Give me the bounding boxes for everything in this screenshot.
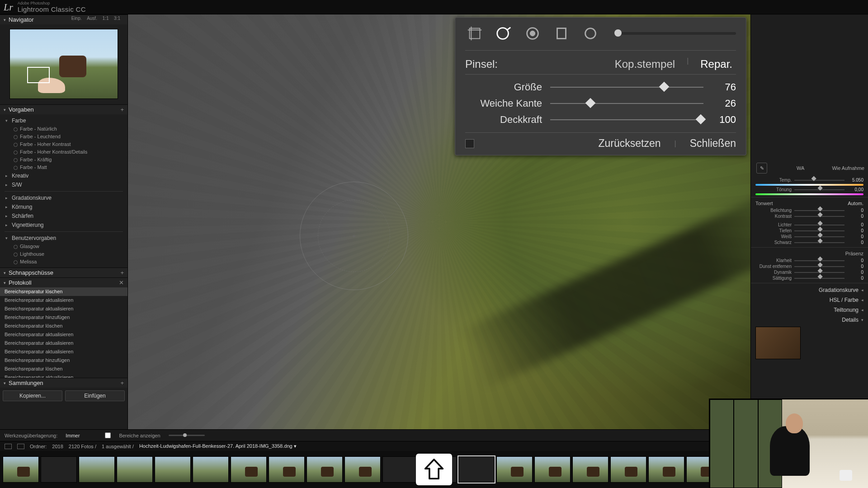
size-value[interactable]: 76 — [712, 81, 736, 93]
history-item[interactable]: Bereichsreparatur hinzufügen — [0, 356, 127, 365]
contrast-value[interactable]: 0 — [847, 214, 863, 219]
filmstrip-thumb[interactable] — [648, 456, 684, 483]
filmstrip-thumb[interactable] — [155, 456, 191, 483]
filmstrip-thumb[interactable] — [534, 456, 571, 483]
filmstrip-thumb[interactable] — [269, 456, 305, 483]
filmstrip-thumb[interactable] — [458, 456, 495, 483]
crop-tool-icon[interactable] — [465, 24, 484, 43]
opacity-value[interactable]: 100 — [712, 114, 736, 126]
navigator-zoom-11[interactable]: 1:1 — [103, 16, 113, 21]
tool-amount-slider[interactable] — [614, 32, 736, 35]
overlay-mode-dropdown[interactable]: Immer — [66, 433, 80, 438]
preset-item[interactable]: Lighthouse — [0, 250, 127, 258]
filmstrip-thumb[interactable] — [41, 456, 77, 483]
preset-group[interactable]: Gradationskurve — [0, 193, 127, 202]
history-item[interactable]: Bereichsreparatur aktualisieren — [0, 330, 127, 339]
preset-item[interactable]: Farbe - Matt — [0, 164, 127, 171]
secondary-window-icon[interactable] — [17, 444, 24, 449]
temp-slider[interactable] — [794, 180, 844, 181]
navigator-header[interactable]: ▾ Navigator Einp. Ausf. 1:1 3:1 — [0, 14, 127, 24]
contrast-slider[interactable] — [794, 216, 844, 217]
detail-preview[interactable] — [755, 327, 801, 359]
opacity-slider[interactable] — [550, 119, 703, 120]
shadows-slider[interactable] — [794, 230, 844, 231]
clone-mode-button[interactable]: Kop.stempel — [611, 57, 679, 71]
shadows-value[interactable]: 0 — [847, 228, 863, 233]
highlights-value[interactable]: 0 — [847, 222, 863, 227]
feather-value[interactable]: 26 — [712, 98, 736, 109]
navigator-thumbnail[interactable] — [9, 29, 118, 99]
filmstrip-thumb[interactable] — [572, 456, 609, 483]
preset-group[interactable]: Kreativ — [0, 171, 127, 180]
vibrance-value[interactable]: 0 — [847, 270, 863, 275]
preset-item[interactable]: Glasgow — [0, 243, 127, 250]
size-slider[interactable] — [550, 87, 703, 88]
navigator-zoom-31[interactable]: 3:1 — [114, 16, 124, 21]
graduated-filter-tool-icon[interactable] — [552, 24, 571, 43]
navigator-zoom-fill[interactable]: Ausf. — [87, 16, 101, 21]
dehaze-slider[interactable] — [794, 266, 844, 267]
history-item[interactable]: Bereichsreparatur aktualisieren — [0, 347, 127, 356]
collections-header[interactable]: ▾ Sammlungen + — [0, 378, 127, 388]
preset-group[interactable]: Farbe — [0, 116, 127, 125]
copy-button[interactable]: Kopieren... — [3, 390, 62, 401]
info-folder[interactable]: 2018 — [52, 444, 63, 449]
preset-group[interactable]: Körnung — [0, 202, 127, 211]
temp-value[interactable]: 5.050 — [847, 178, 863, 183]
filmstrip-thumb[interactable] — [496, 456, 533, 483]
tint-value[interactable]: 0,00 — [847, 187, 863, 192]
whites-slider[interactable] — [794, 236, 844, 237]
history-clear-icon[interactable]: ✕ — [119, 279, 124, 286]
tint-slider[interactable] — [794, 189, 844, 190]
history-item[interactable]: Bereichsreparatur hinzufügen — [0, 313, 127, 322]
history-item[interactable]: Bereichsreparatur löschen — [0, 322, 127, 330]
image-canvas[interactable]: Pinsel: Kop.stempel | Repar. Größe 76 We… — [128, 14, 750, 429]
history-item[interactable]: Bereichsreparatur aktualisieren — [0, 305, 127, 313]
close-button[interactable]: Schließen — [690, 137, 736, 150]
section-tonecurve[interactable]: Gradationskurve◂ — [751, 285, 868, 295]
preset-group[interactable]: Schärfen — [0, 211, 127, 221]
preset-item[interactable]: Farbe - Hoher Kontrast — [0, 141, 127, 148]
grid-view-icon[interactable] — [5, 444, 12, 449]
preset-item[interactable]: Farbe - Natürlich — [0, 125, 127, 133]
filmstrip-thumb[interactable] — [610, 456, 646, 483]
filmstrip-thumb[interactable] — [231, 456, 267, 483]
exposure-value[interactable]: 0 — [847, 208, 863, 213]
preset-item[interactable]: Farbe - Leuchtend — [0, 133, 127, 141]
presets-add-icon[interactable]: + — [120, 106, 124, 113]
history-item[interactable]: Bereichsreparatur löschen — [0, 287, 127, 296]
highlights-slider[interactable] — [794, 225, 844, 225]
filmstrip-thumb[interactable] — [193, 456, 229, 483]
section-details[interactable]: Details▾ — [751, 315, 868, 325]
redeye-tool-icon[interactable] — [523, 24, 542, 43]
auto-tone-button[interactable]: Autom. — [848, 201, 863, 206]
preset-group[interactable]: S/W — [0, 180, 127, 189]
dehaze-value[interactable]: 0 — [847, 264, 863, 269]
blacks-slider[interactable] — [794, 242, 844, 243]
show-areas-checkbox[interactable] — [105, 432, 111, 438]
saturation-value[interactable]: 0 — [847, 276, 863, 281]
filmstrip-thumb[interactable] — [79, 456, 115, 483]
preset-group[interactable]: Vignettierung — [0, 221, 127, 230]
clarity-value[interactable]: 0 — [847, 258, 863, 263]
reset-button[interactable]: Zurücksetzen — [599, 137, 661, 150]
radial-filter-tool-icon[interactable] — [581, 24, 600, 43]
filmstrip-thumb[interactable] — [307, 456, 343, 483]
history-header[interactable]: ▾ Protokoll ✕ — [0, 277, 127, 287]
panel-toggle-checkbox[interactable] — [465, 139, 474, 148]
history-item[interactable]: Bereichsreparatur aktualisieren — [0, 296, 127, 305]
exposure-slider[interactable] — [794, 210, 844, 211]
navigator-viewport-rect[interactable] — [27, 67, 50, 83]
history-item[interactable]: Bereichsreparatur aktualisieren — [0, 339, 127, 347]
vibrance-slider[interactable] — [794, 272, 844, 273]
filmstrip-thumb[interactable] — [117, 456, 153, 483]
saturation-slider[interactable] — [794, 278, 844, 279]
section-splittone[interactable]: Teiltonung◂ — [751, 305, 868, 315]
preset-item[interactable]: Farbe - Hoher Kontrast/Details — [0, 148, 127, 156]
blacks-value[interactable]: 0 — [847, 240, 863, 245]
navigator-zoom-fit[interactable]: Einp. — [71, 16, 85, 21]
filmstrip-thumb[interactable] — [3, 456, 39, 483]
history-item[interactable]: Bereichsreparatur aktualisieren — [0, 373, 127, 378]
spot-removal-tool-icon[interactable] — [494, 24, 513, 43]
history-item[interactable]: Bereichsreparatur löschen — [0, 365, 127, 373]
